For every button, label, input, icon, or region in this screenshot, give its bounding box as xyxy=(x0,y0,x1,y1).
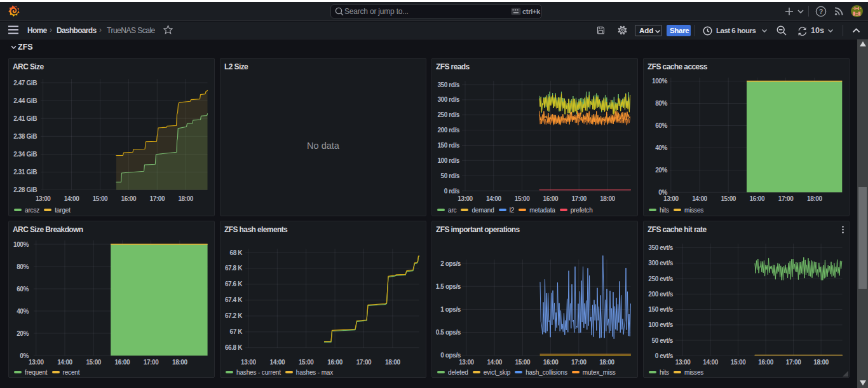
svg-text:13:00: 13:00 xyxy=(36,195,51,202)
svg-text:2.44 GiB: 2.44 GiB xyxy=(13,97,37,104)
svg-text:250 rd/s: 250 rd/s xyxy=(437,111,459,118)
svg-text:250 evt/s: 250 evt/s xyxy=(648,275,673,282)
svg-text:200 rd/s: 200 rd/s xyxy=(437,127,459,134)
svg-text:16:00: 16:00 xyxy=(121,195,137,202)
svg-text:300 evt/s: 300 evt/s xyxy=(648,260,673,267)
svg-text:2 ops/s: 2 ops/s xyxy=(440,260,461,267)
svg-text:67.6 K: 67.6 K xyxy=(225,281,243,288)
svg-text:15:00: 15:00 xyxy=(93,195,108,202)
svg-text:13:00: 13:00 xyxy=(675,359,691,366)
svg-text:67.8 K: 67.8 K xyxy=(225,265,243,272)
svg-text:15:00: 15:00 xyxy=(515,195,530,202)
svg-text:2.41 GiB: 2.41 GiB xyxy=(13,115,37,122)
svg-text:350 evt/s: 350 evt/s xyxy=(648,244,673,251)
svg-text:150 rd/s: 150 rd/s xyxy=(437,142,459,149)
svg-text:68 K: 68 K xyxy=(229,249,243,256)
svg-text:0.5 ops/s: 0.5 ops/s xyxy=(436,329,461,336)
svg-text:20%: 20% xyxy=(17,330,29,337)
svg-text:14:00: 14:00 xyxy=(64,195,79,202)
svg-text:0 evt/s: 0 evt/s xyxy=(655,352,674,359)
svg-text:1 ops/s: 1 ops/s xyxy=(440,306,461,313)
svg-text:17:00: 17:00 xyxy=(356,359,372,366)
svg-text:0%: 0% xyxy=(20,352,29,359)
svg-text:16:00: 16:00 xyxy=(543,195,559,202)
svg-text:60%: 60% xyxy=(655,122,667,129)
svg-text:18:00: 18:00 xyxy=(172,359,187,366)
svg-text:17:00: 17:00 xyxy=(778,195,794,202)
svg-text:2.38 GiB: 2.38 GiB xyxy=(13,133,37,140)
svg-text:13:00: 13:00 xyxy=(663,195,679,202)
svg-text:67.2 K: 67.2 K xyxy=(225,312,243,319)
svg-text:66.8 K: 66.8 K xyxy=(225,344,243,351)
svg-text:67.4 K: 67.4 K xyxy=(225,296,243,303)
svg-text:16:00: 16:00 xyxy=(543,359,559,366)
svg-text:18:00: 18:00 xyxy=(599,359,614,366)
svg-text:18:00: 18:00 xyxy=(807,195,822,202)
svg-text:18:00: 18:00 xyxy=(385,359,400,366)
svg-text:17:00: 17:00 xyxy=(571,359,587,366)
svg-text:40%: 40% xyxy=(17,308,29,315)
svg-text:60%: 60% xyxy=(17,286,29,293)
svg-text:2.28 GiB: 2.28 GiB xyxy=(13,186,37,193)
svg-text:300 rd/s: 300 rd/s xyxy=(437,96,459,103)
svg-text:13:00: 13:00 xyxy=(29,359,44,366)
svg-text:16:00: 16:00 xyxy=(758,359,773,366)
svg-text:50 rd/s: 50 rd/s xyxy=(441,172,460,179)
svg-text:17:00: 17:00 xyxy=(786,359,801,366)
svg-text:15:00: 15:00 xyxy=(515,359,531,366)
svg-text:14:00: 14:00 xyxy=(57,359,72,366)
svg-text:100%: 100% xyxy=(13,241,29,248)
svg-text:2.47 GiB: 2.47 GiB xyxy=(13,80,37,87)
svg-text:15:00: 15:00 xyxy=(731,359,746,366)
svg-text:17:00: 17:00 xyxy=(150,195,165,202)
svg-text:15:00: 15:00 xyxy=(86,359,101,366)
svg-text:17:00: 17:00 xyxy=(144,359,159,366)
svg-text:0 rd/s: 0 rd/s xyxy=(444,188,460,195)
svg-text:100 rd/s: 100 rd/s xyxy=(437,157,459,164)
svg-text:80%: 80% xyxy=(655,100,667,107)
svg-text:50 evt/s: 50 evt/s xyxy=(652,337,674,344)
svg-text:13:00: 13:00 xyxy=(458,195,473,202)
svg-text:14:00: 14:00 xyxy=(703,359,718,366)
svg-text:18:00: 18:00 xyxy=(178,195,193,202)
svg-text:350 rd/s: 350 rd/s xyxy=(437,81,459,88)
svg-text:100%: 100% xyxy=(652,78,667,85)
svg-text:40%: 40% xyxy=(655,144,667,151)
svg-text:13:00: 13:00 xyxy=(241,359,256,366)
svg-text:2.34 GiB: 2.34 GiB xyxy=(13,151,37,158)
svg-text:18:00: 18:00 xyxy=(600,195,615,202)
svg-text:13:00: 13:00 xyxy=(459,359,474,366)
svg-text:200 evt/s: 200 evt/s xyxy=(648,291,673,298)
svg-text:80%: 80% xyxy=(17,263,29,270)
svg-text:150 evt/s: 150 evt/s xyxy=(648,306,673,313)
svg-text:0 ops/s: 0 ops/s xyxy=(440,352,461,359)
svg-text:14:00: 14:00 xyxy=(486,195,501,202)
svg-text:1.5 ops/s: 1.5 ops/s xyxy=(436,283,461,290)
svg-text:16:00: 16:00 xyxy=(750,195,765,202)
svg-text:14:00: 14:00 xyxy=(270,359,285,366)
svg-text:18:00: 18:00 xyxy=(813,359,829,366)
svg-text:15:00: 15:00 xyxy=(721,195,736,202)
svg-text:100 evt/s: 100 evt/s xyxy=(648,321,673,328)
svg-text:17:00: 17:00 xyxy=(571,195,587,202)
svg-text:14:00: 14:00 xyxy=(692,195,707,202)
svg-text:2.31 GiB: 2.31 GiB xyxy=(13,169,37,176)
svg-text:20%: 20% xyxy=(655,167,667,174)
svg-text:16:00: 16:00 xyxy=(327,359,342,366)
svg-text:15:00: 15:00 xyxy=(299,359,314,366)
svg-text:16:00: 16:00 xyxy=(115,359,130,366)
svg-text:14:00: 14:00 xyxy=(487,359,502,366)
svg-text:67 K: 67 K xyxy=(229,328,243,335)
